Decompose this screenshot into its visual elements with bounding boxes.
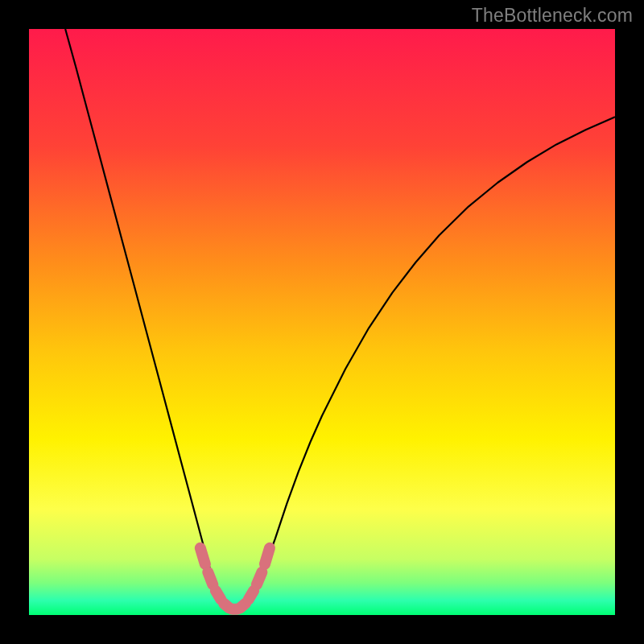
curve-highlight-segment — [200, 548, 205, 564]
figure-frame: TheBottleneck.com — [0, 0, 644, 644]
curve-highlight-segment — [265, 548, 270, 564]
curve-highlight-segment — [216, 591, 221, 600]
plot-background — [29, 29, 615, 615]
bottleneck-chart — [0, 0, 644, 644]
curve-highlight-segment — [240, 604, 246, 609]
curve-highlight-segment — [208, 572, 213, 584]
attribution-text: TheBottleneck.com — [472, 5, 633, 27]
curve-highlight-segment — [257, 572, 262, 584]
curve-highlight-segment — [249, 591, 254, 600]
